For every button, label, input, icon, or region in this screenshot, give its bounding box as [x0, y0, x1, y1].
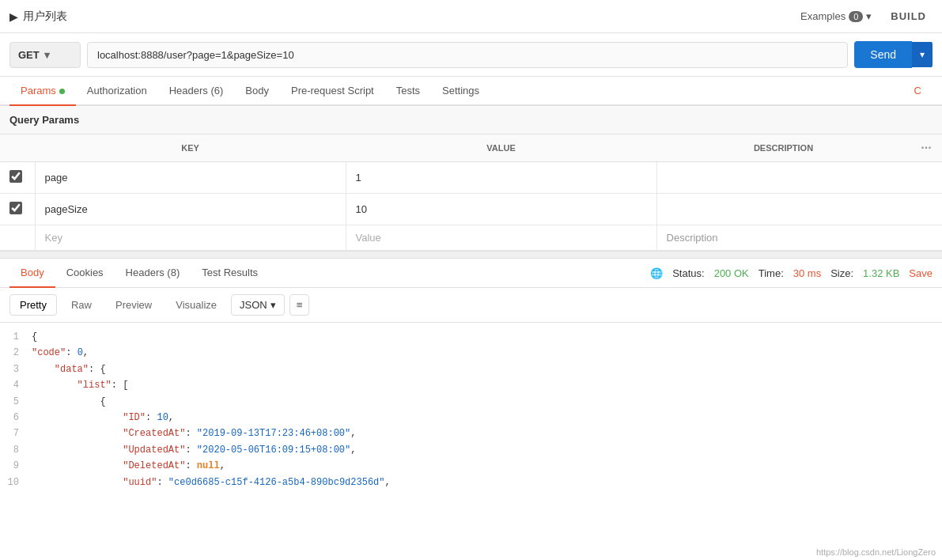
url-input[interactable] [87, 42, 848, 68]
col-header-value: VALUE [346, 134, 656, 162]
code-line: 10 "uuid": "ce0d6685-c15f-4126-a5b4-890b… [0, 475, 942, 489]
time-label: Time: [759, 267, 784, 279]
response-tab-headers-label: Headers (8) [126, 267, 180, 278]
send-button[interactable]: Send [854, 41, 912, 68]
response-tab-body[interactable]: Body [9, 259, 55, 288]
format-visualize-button[interactable]: Visualize [166, 295, 226, 315]
tab-prerequest-label: Pre-request Script [291, 85, 374, 96]
tab-params-label: Params [21, 85, 56, 96]
watermark: https://blog.csdn.net/LiongZero [816, 547, 936, 557]
send-button-group: Send ▾ [854, 41, 933, 68]
placeholder-desc[interactable]: Description [656, 225, 910, 251]
tab-settings[interactable]: Settings [431, 77, 490, 106]
code-line: 8 "UpdatedAt": "2020-05-06T16:09:15+08:0… [0, 442, 942, 458]
code-content: "ID": 10, [32, 410, 942, 426]
examples-badge: 0 [849, 11, 863, 22]
response-tabs: Body Cookies Headers (8) Test Results 🌐 … [0, 259, 942, 288]
more-options-icon[interactable]: ··· [921, 141, 931, 154]
code-line: 2 "code": 0, [0, 345, 942, 361]
status-value: 200 OK [714, 267, 749, 279]
query-params-section: Query Params [0, 106, 942, 134]
tab-authorization-label: Authorization [87, 85, 147, 96]
table-row-empty: Key Value Description [0, 225, 942, 251]
code-line: 5 { [0, 394, 942, 410]
response-tab-headers[interactable]: Headers (8) [115, 259, 191, 288]
format-toolbar: Pretty Raw Preview Visualize JSON ▾ ≡ [0, 288, 942, 323]
response-meta: 🌐 Status: 200 OK Time: 30 ms Size: 1.32 … [650, 267, 933, 279]
line-number: 1 [0, 329, 32, 345]
send-dropdown-button[interactable]: ▾ [912, 42, 933, 67]
tab-body[interactable]: Body [234, 77, 280, 106]
chevron-down-icon: ▾ [270, 299, 276, 311]
code-content: "uuid": "ce0d6685-c15f-4126-a5b4-890bc9d… [32, 475, 942, 489]
placeholder-value[interactable]: Value [356, 232, 381, 244]
tab-headers[interactable]: Headers (6) [158, 77, 235, 106]
chevron-down-icon: ▾ [866, 10, 872, 22]
response-tab-cookies[interactable]: Cookies [55, 259, 115, 288]
request-tabs: Params Authorization Headers (6) Body Pr… [0, 77, 942, 106]
globe-icon[interactable]: 🌐 [650, 267, 663, 279]
code-line: 6 "ID": 10, [0, 410, 942, 426]
tab-tests-label: Tests [396, 85, 420, 96]
format-raw-button[interactable]: Raw [62, 295, 101, 315]
line-number: 3 [0, 361, 32, 377]
tab-last[interactable]: C [903, 77, 933, 106]
code-content: "DeletedAt": null, [32, 458, 942, 474]
row-value-1: 1 [356, 172, 361, 184]
format-preview-button[interactable]: Preview [106, 295, 161, 315]
page-title: 用户列表 [23, 9, 67, 24]
code-content: "code": 0, [32, 345, 942, 361]
table-row: pageSize 10 [0, 194, 942, 225]
breadcrumb: ▶ 用户列表 [9, 9, 67, 24]
url-bar: GET ▾ Send ▾ [0, 33, 942, 77]
response-tab-body-label: Body [21, 267, 44, 278]
line-number: 9 [0, 458, 32, 474]
method-label: GET [18, 49, 40, 61]
tab-params[interactable]: Params [9, 77, 76, 106]
code-content: "data": { [32, 361, 942, 377]
response-tab-testresults-label: Test Results [202, 267, 258, 278]
code-content: { [32, 329, 942, 345]
placeholder-key[interactable]: Key [45, 232, 62, 244]
line-number: 10 [0, 475, 32, 489]
row-checkbox-2[interactable] [9, 202, 22, 214]
row-key-2: pageSize [45, 203, 88, 215]
row-key-1: page [45, 172, 68, 184]
examples-label: Examples [800, 10, 846, 22]
code-line: 4 "list": [ [0, 377, 942, 393]
top-bar: ▶ 用户列表 Examples 0 ▾ BUILD [0, 0, 942, 33]
row-checkbox-1[interactable] [9, 170, 22, 183]
save-button[interactable]: Save [909, 267, 933, 279]
build-button[interactable]: BUILD [884, 7, 933, 25]
method-select[interactable]: GET ▾ [9, 42, 81, 68]
code-content: "list": [ [32, 377, 942, 393]
col-header-key: KEY [35, 134, 346, 162]
examples-button[interactable]: Examples 0 ▾ [794, 7, 878, 25]
tab-authorization[interactable]: Authorization [76, 77, 158, 106]
params-table: KEY VALUE DESCRIPTION ··· page 1 pageSiz… [0, 134, 942, 251]
json-label: JSON [240, 299, 267, 311]
row-value-2: 10 [356, 203, 367, 215]
code-content: "UpdatedAt": "2020-05-06T16:09:15+08:00"… [32, 442, 942, 458]
params-dot [59, 89, 65, 94]
tab-tests[interactable]: Tests [385, 77, 431, 106]
table-row: page 1 [0, 162, 942, 194]
json-format-select[interactable]: JSON ▾ [231, 294, 285, 316]
code-view: 1 { 2 "code": 0, 3 "data": { 4 "list": [… [0, 323, 942, 489]
code-line: 3 "data": { [0, 361, 942, 377]
tab-headers-label: Headers (6) [169, 85, 224, 96]
code-line: 9 "DeletedAt": null, [0, 458, 942, 474]
line-number: 2 [0, 345, 32, 361]
code-line: 7 "CreatedAt": "2019-09-13T17:23:46+08:0… [0, 426, 942, 441]
response-tab-cookies-label: Cookies [66, 267, 104, 278]
wrap-button[interactable]: ≡ [289, 294, 310, 316]
code-content: { [32, 394, 942, 410]
col-header-description: DESCRIPTION [656, 134, 910, 162]
section-divider [0, 251, 942, 259]
time-value: 30 ms [793, 267, 821, 279]
format-pretty-button[interactable]: Pretty [9, 294, 57, 316]
response-tab-testresults[interactable]: Test Results [191, 259, 269, 288]
tab-prerequest[interactable]: Pre-request Script [280, 77, 385, 106]
line-number: 7 [0, 426, 32, 441]
line-number: 6 [0, 410, 32, 426]
